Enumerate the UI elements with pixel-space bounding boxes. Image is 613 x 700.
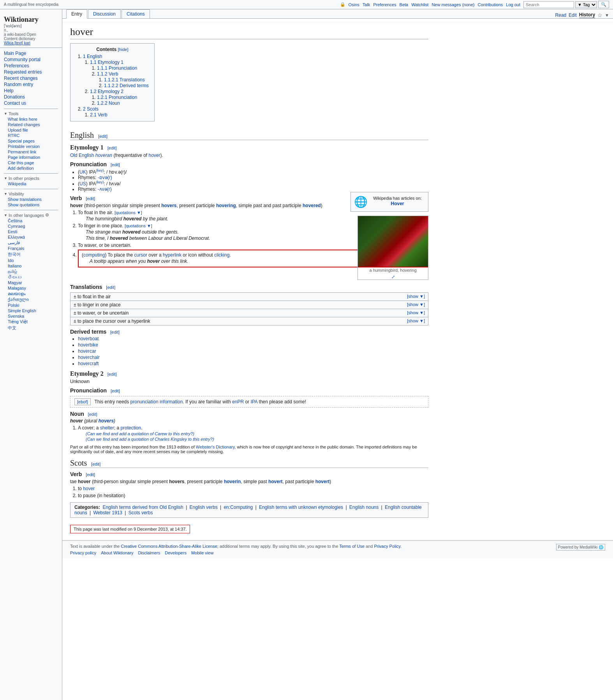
cursor-link[interactable]: cursor xyxy=(134,252,147,258)
sidebar-item-requested-entries[interactable]: Requested entries xyxy=(4,69,58,75)
hoverboat-link[interactable]: hoverboat xyxy=(78,336,99,341)
scots-verb-edit-link[interactable]: [edit] xyxy=(86,472,95,477)
sidebar-item-page-information[interactable]: Page information xyxy=(8,155,58,160)
cat-english-verbs[interactable]: English verbs xyxy=(190,505,218,510)
translations-edit-link[interactable]: [edit] xyxy=(106,285,115,290)
talk-link[interactable]: Talk xyxy=(363,2,370,7)
footer-disclaimers[interactable]: Disclaimers xyxy=(138,551,160,555)
etymology2-edit-link[interactable]: [edit] xyxy=(107,372,117,376)
hovered-link[interactable]: hovered xyxy=(303,203,321,208)
expand-icon[interactable]: ⤢ xyxy=(391,274,395,279)
sidebar-item-special-pages[interactable]: Special pages xyxy=(8,138,58,144)
cat-scots-verbs[interactable]: Scots verbs xyxy=(129,510,153,515)
action-read[interactable]: Read xyxy=(555,12,566,18)
trans-show-1[interactable]: [show ▼] xyxy=(407,294,425,299)
footer-privacy-policy[interactable]: Privacy policy xyxy=(70,551,96,555)
toc-link-english[interactable]: 1 English xyxy=(83,54,102,59)
clicking-link[interactable]: clicking xyxy=(214,252,229,258)
cat-english-nouns[interactable]: English nouns xyxy=(349,505,379,510)
verb1-edit-link[interactable]: [edit] xyxy=(86,196,95,201)
computing-link[interactable]: computing xyxy=(83,252,105,258)
noun-edit-link[interactable]: [edit] xyxy=(88,412,97,417)
toc-link-translations[interactable]: 1.1.2.1 Translations xyxy=(104,77,145,83)
sidebar-lang-francais[interactable]: Français xyxy=(8,246,58,251)
cat-computing[interactable]: en:Computing xyxy=(224,505,253,510)
username-link[interactable]: Osins xyxy=(349,2,359,7)
contributions-link[interactable]: Contributions xyxy=(477,2,503,7)
shelter-link[interactable]: shelter xyxy=(100,425,114,431)
sidebar-item-contact-us[interactable]: Contact us xyxy=(4,100,58,106)
hovert1-link[interactable]: hovert xyxy=(268,479,283,484)
search-button[interactable]: 🔍 xyxy=(598,1,609,8)
sidebar-item-what-links-here[interactable]: What links here xyxy=(8,116,58,122)
hyperlink-link[interactable]: hyperlink xyxy=(163,252,181,258)
sidebar-lang-telugu[interactable]: తెలుగు xyxy=(8,274,58,280)
sidebar-lang-malagasy[interactable]: Malagasy xyxy=(8,285,58,291)
derived-terms-edit-link[interactable]: [edit] xyxy=(110,330,120,334)
tools-toggle[interactable]: Tools xyxy=(0,111,62,116)
privacy-policy-link[interactable]: Privacy Policy xyxy=(374,544,400,549)
quotations2-link[interactable]: [quotations ▼] xyxy=(125,223,152,228)
toc-link-scots[interactable]: 2 Scots xyxy=(83,106,99,112)
sidebar-item-show-quotations[interactable]: Show quotations xyxy=(8,202,58,208)
sidebar-lang-svenska[interactable]: Svenska xyxy=(8,313,58,319)
cat-old-english[interactable]: English terms derived from Old English xyxy=(102,505,183,510)
sidebar-item-community-portal[interactable]: Community portal xyxy=(4,56,58,63)
sidebar-lang-chinese[interactable]: 中文 xyxy=(8,325,58,331)
sidebar-lang-georgian[interactable]: ქართული xyxy=(8,297,58,303)
sidebar-lang-cymraeg[interactable]: Cymraeg xyxy=(8,223,58,229)
sidebar-lang-magyar[interactable]: Magyar xyxy=(8,280,58,285)
beta-link[interactable]: Beta xyxy=(400,2,409,7)
action-edit[interactable]: Edit xyxy=(569,12,577,18)
sidebar-item-cite-this-page[interactable]: Cite this page xyxy=(8,160,58,165)
trans-show-2[interactable]: [show ▼] xyxy=(407,302,425,307)
sidebar-item-wikipedia[interactable]: Wikipedia xyxy=(8,181,58,186)
sidebar-lang-malayalam[interactable]: മലയാളം xyxy=(8,291,58,297)
star-button[interactable]: ☆ xyxy=(597,12,602,18)
sidebar-item-rtrc[interactable]: RTRC xyxy=(8,133,58,138)
trans-show-4[interactable]: [show ▼] xyxy=(407,318,425,323)
protection-link[interactable]: protection xyxy=(120,425,141,431)
toc-link-etymology1[interactable]: 1.1 Etymology 1 xyxy=(90,60,123,65)
sidebar-lang-eesti[interactable]: Eesti xyxy=(8,229,58,234)
toc-link-scots-verb[interactable]: 2.1 Verb xyxy=(90,112,107,118)
quotation-carew-link[interactable]: (Can we find and add a quotation of Care… xyxy=(86,431,428,436)
wp-article-link[interactable]: Hover xyxy=(391,201,404,206)
tab-citations[interactable]: Citations xyxy=(122,9,150,18)
watchlist-link[interactable]: Watchlist xyxy=(411,2,428,7)
sidebar-lang-tamil[interactable]: தமிழ் xyxy=(8,269,58,274)
sidebar-lang-cestina[interactable]: Čeština xyxy=(8,218,58,223)
footer-about-wiktionary[interactable]: About Wiktionary xyxy=(101,551,133,555)
sidebar-item-related-changes[interactable]: Related changes xyxy=(8,122,58,127)
sidebar-item-recent-changes[interactable]: Recent changes xyxy=(4,75,58,81)
quotations1-link[interactable]: [quotations ▼] xyxy=(114,210,142,215)
sidebar-lang-tieng-viet[interactable]: Tiếng Việt xyxy=(8,319,58,325)
sidebar-lang-korean[interactable]: 한국어 xyxy=(8,251,58,258)
toc-link-pronunciation1[interactable]: 1.1.1 Pronunciation xyxy=(97,65,137,71)
sidebar-lang-simple-english[interactable]: Simple English xyxy=(8,308,58,313)
other-projects-toggle[interactable]: In other projects xyxy=(0,176,62,181)
old-english-link[interactable]: Old English xyxy=(70,153,94,158)
ipa-link[interactable]: IPA xyxy=(250,399,257,405)
sidebar-item-preferences[interactable]: Preferences xyxy=(4,63,58,69)
sidebar-lang-farsi[interactable]: فارسی xyxy=(8,240,58,246)
pron-add-button[interactable]: [ebof] xyxy=(74,398,91,405)
english-edit-link[interactable]: [edit] xyxy=(98,134,107,139)
footer-developers[interactable]: Developers xyxy=(165,551,187,555)
sidebar-lang-italiano[interactable]: Italiano xyxy=(8,263,58,269)
toc-link-derived-terms[interactable]: 1.1.2.2 Derived terms xyxy=(104,83,149,88)
quotation-kingsley-link[interactable]: (Can we find and add a quotation of Char… xyxy=(86,437,428,441)
toc-link-verb[interactable]: 1.1.2 Verb xyxy=(97,71,118,77)
tab-entry[interactable]: Entry xyxy=(66,9,87,19)
hoverin-link[interactable]: hoverin xyxy=(224,479,241,484)
sidebar-item-upload-file[interactable]: Upload file xyxy=(8,127,58,133)
hovers-plural-link[interactable]: hovers xyxy=(99,418,114,424)
hovering-link[interactable]: hovering xyxy=(216,203,236,208)
sidebar-item-permanent-link[interactable]: Permanent link xyxy=(8,149,58,155)
sidebar-item-printable-version[interactable]: Printable version xyxy=(8,144,58,149)
footer-mobile-view[interactable]: Mobile view xyxy=(191,551,213,555)
websters-link[interactable]: Webster's Dictionary xyxy=(196,445,235,449)
hoverchair-link[interactable]: hoverchair xyxy=(78,355,100,360)
pron-info-link[interactable]: pronunciation information xyxy=(130,399,183,405)
pronunciation2-edit-link[interactable]: [edit] xyxy=(111,389,120,393)
